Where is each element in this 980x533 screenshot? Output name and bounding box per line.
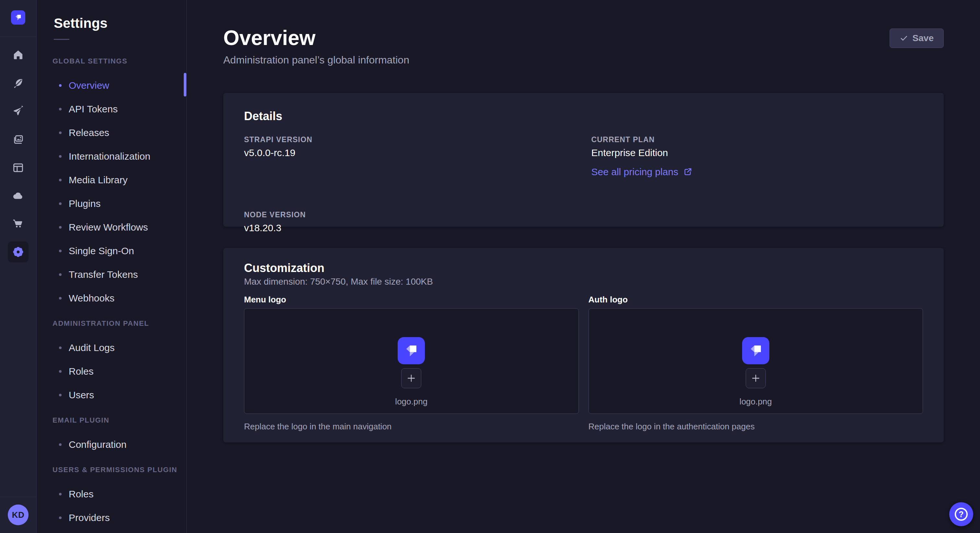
subnav-item-overview[interactable]: Overview	[37, 73, 186, 97]
customization-card: Customization Max dimension: 750×750, Ma…	[223, 248, 944, 443]
bullet-icon	[59, 108, 62, 110]
upload-help-text: Replace the logo in the main navigation	[244, 422, 579, 431]
subnav-item-releases[interactable]: Releases	[37, 121, 186, 144]
customization-constraints: Max dimension: 750×750, Max file size: 1…	[244, 276, 923, 287]
check-icon	[900, 34, 908, 43]
section-email-plugin: EMAIL PLUGIN	[37, 416, 186, 424]
field-label: STRAPI VERSION	[244, 135, 576, 144]
bullet-icon	[59, 179, 62, 181]
main-nav-rail: KD	[0, 0, 37, 533]
strapi-logo-icon	[403, 343, 419, 359]
menu-logo-upload: Menu logo logo.png Replace the logo in t…	[244, 295, 579, 431]
upload-help-text: Replace the logo in the authentication p…	[589, 422, 923, 431]
content-manager-feather-icon[interactable]	[12, 77, 24, 89]
section-administration-panel: ADMINISTRATION PANEL	[37, 320, 186, 327]
field-strapi-version: STRAPI VERSION v5.0.0-rc.19	[244, 135, 576, 178]
subnav-item-internationalization[interactable]: Internationalization	[37, 144, 186, 168]
bullet-icon	[59, 155, 62, 158]
subnav-item-up-providers[interactable]: Providers	[37, 506, 186, 530]
help-button[interactable]: ?	[949, 502, 973, 526]
subnav-item-media-library[interactable]: Media Library	[37, 168, 186, 192]
bullet-icon	[59, 443, 62, 446]
bullet-icon	[59, 394, 62, 397]
home-icon[interactable]	[12, 49, 24, 61]
question-mark-icon: ?	[955, 508, 968, 521]
subnav-item-admin-users[interactable]: Users	[37, 383, 186, 407]
main-content: Overview Administration panel’s global i…	[187, 0, 980, 533]
save-button[interactable]: Save	[889, 29, 944, 48]
bullet-icon	[59, 370, 62, 373]
subnav-item-review-workflows[interactable]: Review Workflows	[37, 215, 186, 239]
auth-logo-dropzone[interactable]: logo.png	[589, 308, 923, 414]
plus-icon	[406, 373, 417, 384]
section-global-settings: GLOBAL SETTINGS	[37, 57, 186, 65]
subnav-item-admin-roles[interactable]: Roles	[37, 359, 186, 383]
auth-logo-upload: Auth logo logo.png Replace the logo in t…	[589, 295, 923, 431]
field-node-version: NODE VERSION v18.20.3	[244, 211, 576, 234]
subnav-title: Settings	[37, 0, 186, 30]
subnav-title-rule	[54, 39, 69, 40]
upload-label: Auth logo	[589, 295, 923, 305]
media-library-images-icon[interactable]	[12, 133, 24, 146]
bullet-icon	[59, 226, 62, 228]
settings-gear-icon	[12, 246, 25, 259]
settings-subnav: Settings GLOBAL SETTINGS Overview API To…	[37, 0, 187, 533]
bullet-icon	[59, 250, 62, 252]
subnav-item-audit-logs[interactable]: Audit Logs	[37, 336, 186, 359]
strapi-admin-app: KD Settings GLOBAL SETTINGS Overview API…	[0, 0, 980, 533]
details-card: Details STRAPI VERSION v5.0.0-rc.19 CURR…	[223, 93, 944, 227]
bullet-icon	[59, 273, 62, 276]
subnav-item-webhooks[interactable]: Webhooks	[37, 286, 186, 310]
releases-paper-plane-icon[interactable]	[12, 105, 24, 117]
page-title: Overview	[223, 27, 944, 49]
uploaded-logo-preview	[398, 337, 425, 364]
upload-label: Menu logo	[244, 295, 579, 305]
active-item-indicator	[184, 73, 186, 97]
subnav-item-up-roles[interactable]: Roles	[37, 482, 186, 506]
bullet-icon	[59, 84, 62, 87]
plus-icon	[750, 373, 761, 384]
settings-gear-active-tile[interactable]	[8, 241, 29, 262]
bullet-icon	[59, 297, 62, 300]
content-type-builder-layout-icon[interactable]	[12, 162, 24, 174]
subnav-item-transfer-tokens[interactable]: Transfer Tokens	[37, 263, 186, 286]
field-value: Enterprise Edition	[592, 147, 923, 159]
bullet-icon	[59, 202, 62, 205]
uploaded-logo-preview	[742, 337, 769, 364]
add-logo-button[interactable]	[746, 368, 766, 388]
logo-filename: logo.png	[740, 397, 772, 406]
cloud-icon[interactable]	[12, 190, 24, 202]
field-label: CURRENT PLAN	[592, 135, 923, 144]
external-link-icon	[683, 167, 692, 177]
details-card-title: Details	[244, 110, 923, 123]
page-subtitle: Administration panel’s global informatio…	[223, 54, 944, 65]
bullet-icon	[59, 346, 62, 349]
logo-filename: logo.png	[395, 397, 428, 406]
bullet-icon	[59, 132, 62, 134]
strapi-logo-icon	[748, 343, 764, 359]
subnav-item-plugins[interactable]: Plugins	[37, 192, 186, 215]
bullet-icon	[59, 517, 62, 519]
subnav-item-single-sign-on[interactable]: Single Sign-On	[37, 239, 186, 263]
marketplace-cart-icon[interactable]	[12, 218, 24, 230]
strapi-logo-icon	[14, 13, 22, 22]
subnav-item-email-configuration[interactable]: Configuration	[37, 433, 186, 456]
workspace-strapi-logo-button[interactable]	[11, 10, 25, 25]
customization-card-title: Customization	[244, 262, 923, 274]
pricing-plans-link[interactable]: See all pricing plans	[592, 167, 693, 178]
menu-logo-dropzone[interactable]: logo.png	[244, 308, 579, 414]
bullet-icon	[59, 493, 62, 495]
field-value: v5.0.0-rc.19	[244, 147, 576, 159]
field-current-plan: CURRENT PLAN Enterprise Edition See all …	[592, 135, 923, 178]
section-users-permissions-plugin: USERS & PERMISSIONS PLUGIN	[37, 466, 186, 474]
rail-divider	[0, 36, 36, 37]
user-avatar[interactable]: KD	[8, 504, 29, 525]
subnav-item-api-tokens[interactable]: API Tokens	[37, 97, 186, 121]
field-label: NODE VERSION	[244, 211, 576, 219]
add-logo-button[interactable]	[401, 368, 421, 388]
field-value: v18.20.3	[244, 222, 576, 234]
